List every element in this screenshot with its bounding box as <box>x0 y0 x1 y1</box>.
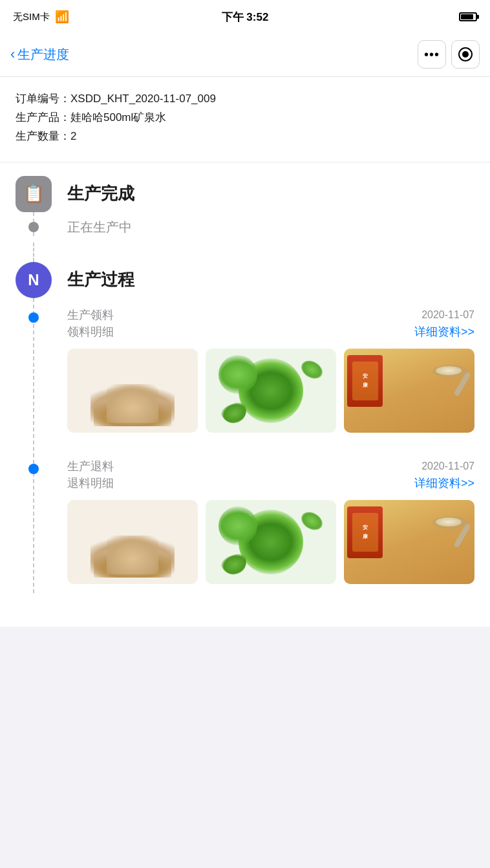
bottom-spacer <box>16 594 474 614</box>
battery-fill <box>461 14 473 19</box>
material-title: 生产领料 <box>67 307 114 323</box>
nav-actions: ••• <box>418 40 480 69</box>
more-button[interactable]: ••• <box>418 40 446 69</box>
substep-return: 生产退料 2020-11-07 退料明细 详细资料>> <box>16 459 474 491</box>
sub-producing: 正在生产中 <box>16 219 474 236</box>
page-title: 生产进度 <box>17 46 69 63</box>
material-detail-row: 领料明细 详细资料>> <box>67 324 474 340</box>
process-title: 生产过程 <box>67 268 134 291</box>
status-signal: 无SIM卡 📶 <box>13 10 69 24</box>
return-date: 2020-11-07 <box>421 461 474 472</box>
wifi-icon: 📶 <box>55 10 69 24</box>
producing-dot <box>28 222 39 232</box>
order-number-row: 订单编号：XSDD_KHT_2020-11-07_009 <box>16 90 474 109</box>
img-seasoning-1[interactable]: 安 康 <box>344 349 474 433</box>
back-button[interactable]: ‹ 生产进度 <box>10 46 69 63</box>
img-hops-2[interactable] <box>206 500 336 584</box>
status-time: 下午 3:52 <box>222 10 269 25</box>
material-link[interactable]: 详细资料>> <box>414 324 474 340</box>
producing-text: 正在生产中 <box>67 219 132 236</box>
status-bar: 无SIM卡 📶 下午 3:52 <box>0 0 490 32</box>
images-row-2: 安 康 <box>67 500 474 584</box>
complete-node: 📋 <box>16 176 52 212</box>
process-content: 生产过程 <box>67 262 134 291</box>
timeline-section: 📋 生产完成 正在生产中 N 生产过程 生产领料 <box>0 163 490 627</box>
record-icon <box>458 47 473 61</box>
record-button[interactable] <box>451 40 480 69</box>
material-detail: 领料明细 <box>67 324 114 340</box>
return-detail-row: 退料明细 详细资料>> <box>67 475 474 491</box>
dots-icon: ••• <box>424 47 440 62</box>
img-hops-1[interactable] <box>206 349 336 433</box>
complete-title: 生产完成 <box>67 182 134 205</box>
img-grain-1[interactable] <box>67 349 198 433</box>
nav-bar: ‹ 生产进度 ••• <box>0 32 490 77</box>
img-seasoning-2[interactable]: 安 康 <box>344 500 474 584</box>
return-link[interactable]: 详细资料>> <box>414 475 474 491</box>
spacer-1 <box>16 243 474 262</box>
status-battery-area <box>459 12 477 21</box>
substep-material: 生产领料 2020-11-07 领料明细 详细资料>> <box>16 307 474 340</box>
return-title-row: 生产退料 2020-11-07 <box>67 459 474 474</box>
step-complete: 📋 生产完成 <box>16 176 474 212</box>
complete-content: 生产完成 <box>67 176 134 205</box>
product-label: 生产产品： <box>16 111 70 124</box>
product-value: 娃哈哈500ml矿泉水 <box>70 111 166 124</box>
order-number-label: 订单编号： <box>16 92 70 105</box>
battery-icon <box>459 12 477 21</box>
img-grain-2[interactable] <box>67 500 198 584</box>
producing-label: 正在生产中 <box>67 220 132 234</box>
step-process: N 生产过程 <box>16 262 474 298</box>
material-date: 2020-11-07 <box>421 309 474 321</box>
spacer-between-substeps <box>16 443 474 456</box>
images-row-1: 安 康 <box>67 349 474 433</box>
return-content: 生产退料 2020-11-07 退料明细 详细资料>> <box>67 459 474 491</box>
timeline-line-spacer1 <box>33 243 34 262</box>
qty-label: 生产数量： <box>16 130 70 142</box>
process-node: N <box>16 262 52 298</box>
return-dot <box>28 464 39 474</box>
return-detail: 退料明细 <box>67 475 114 491</box>
order-info: 订单编号：XSDD_KHT_2020-11-07_009 生产产品：娃哈哈500… <box>0 77 490 162</box>
material-dot <box>28 312 39 323</box>
order-number-value: XSDD_KHT_2020-11-07_009 <box>70 92 216 105</box>
return-title: 生产退料 <box>67 459 114 474</box>
qty-row: 生产数量：2 <box>16 127 474 146</box>
qty-value: 2 <box>70 130 76 142</box>
material-title-row: 生产领料 2020-11-07 <box>67 307 474 323</box>
material-content: 生产领料 2020-11-07 领料明细 详细资料>> <box>67 307 474 340</box>
product-row: 生产产品：娃哈哈500ml矿泉水 <box>16 109 474 127</box>
